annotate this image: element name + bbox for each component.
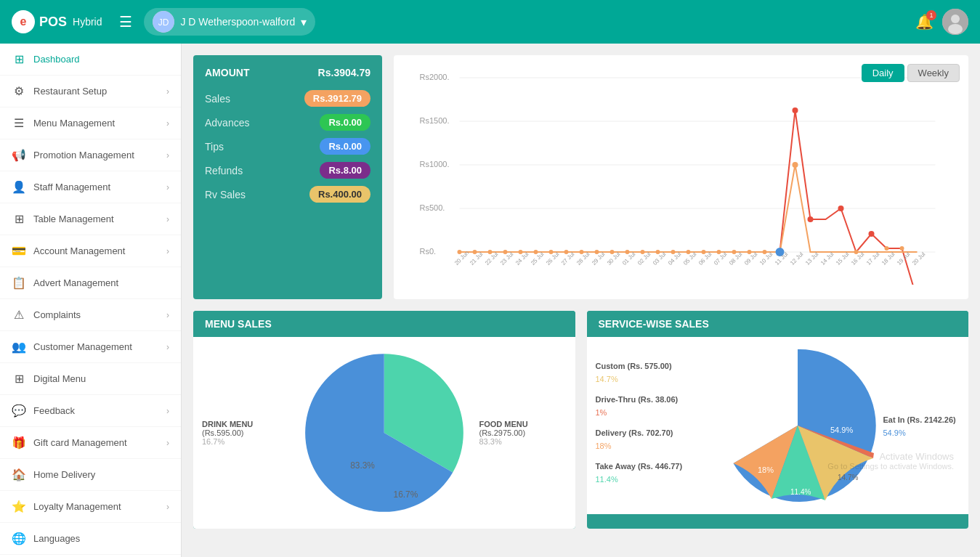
amount-row-label: Tips <box>205 141 224 153</box>
amount-rows: Sales Rs.3912.79 Advances Rs.0.00 Tips R… <box>205 90 370 203</box>
sidebar-item-promotion-management[interactable]: 📢 Promotion Management › <box>0 139 181 171</box>
amount-row-label: Refunds <box>205 165 243 176</box>
svg-text:21 Jul: 21 Jul <box>469 251 485 267</box>
restaurant-avatar: JD <box>153 11 174 33</box>
chevron-icon-gift-card-management: › <box>166 438 169 448</box>
svg-text:29 Jul: 29 Jul <box>591 251 607 267</box>
svg-text:Rs0.: Rs0. <box>420 247 437 256</box>
svg-text:15 Jul: 15 Jul <box>835 251 851 267</box>
sidebar-icon-dashboard: ⊞ <box>12 52 26 66</box>
hamburger-icon[interactable]: ☰ <box>119 13 132 31</box>
chevron-icon-table-management: › <box>166 214 169 224</box>
sidebar-item-feedback[interactable]: 💬 Feedback › <box>0 395 181 427</box>
amount-row-rv-sales: Rv Sales Rs.400.00 <box>205 186 370 203</box>
sidebar-label-customer-management: Customer Management <box>33 341 132 352</box>
chart-card: Daily Weekly Rs2000. Rs1500. Rs1000. Rs5… <box>394 55 968 299</box>
weekly-button[interactable]: Weekly <box>907 64 960 82</box>
food-menu-label: FOOD MENU (Rs.2975.00) 83.3% <box>479 420 567 446</box>
service-sales-card: SERVICE-WISE SALES Custom (Rs. 575.00) 1… <box>587 311 969 529</box>
service-pie-chart: 54.9% 18% 11.4% 14.7% <box>718 346 878 505</box>
sidebar-item-left-menu-management: ☰ Menu Management <box>12 116 115 130</box>
chevron-icon-promotion-management: › <box>166 150 169 160</box>
sidebar-item-restaurant-setup[interactable]: ⚙ Restaurant Setup › <box>0 76 181 107</box>
sidebar-icon-restaurant-setup: ⚙ <box>12 84 26 98</box>
sidebar-item-left-home-delivery: 🏠 Home Delivery <box>12 468 95 481</box>
user-avatar[interactable] <box>942 9 968 35</box>
sidebar-icon-home-delivery: 🏠 <box>12 468 26 481</box>
sidebar-item-left-dashboard: ⊞ Dashboard <box>12 52 80 66</box>
amount-row-value: Rs.0.00 <box>320 114 370 131</box>
sidebar-label-account-management: Account Management <box>33 245 125 256</box>
sidebar-item-table-management[interactable]: ⊞ Table Management › <box>0 203 181 235</box>
sidebar-item-advert-management[interactable]: 📋 Advert Management <box>0 267 181 299</box>
sidebar-item-left-digital-menu: ⊞ Digital Menu <box>12 372 86 386</box>
svg-point-15 <box>793 107 798 113</box>
svg-text:16.7%: 16.7% <box>394 489 418 500</box>
svg-text:28 Jul: 28 Jul <box>575 251 591 267</box>
svg-text:03 Jul: 03 Jul <box>652 251 668 267</box>
menu-sales-body: DRINK MENU (Rs.595.00) 16.7% <box>193 337 575 529</box>
svg-text:14 Jul: 14 Jul <box>819 251 835 267</box>
sidebar-item-dashboard[interactable]: ⊞ Dashboard <box>0 44 181 76</box>
sidebar-label-restaurant-setup: Restaurant Setup <box>33 86 107 97</box>
sidebar-item-left-advert-management: 📋 Advert Management <box>12 276 118 290</box>
sidebar-label-complaints: Complaints <box>33 309 81 320</box>
svg-text:02 Jul: 02 Jul <box>636 251 652 267</box>
sidebar-label-promotion-management: Promotion Management <box>33 150 134 160</box>
sidebar-label-advert-management: Advert Management <box>33 277 118 288</box>
svg-point-45 <box>900 246 904 251</box>
amount-row-label: Advances <box>205 117 249 129</box>
sidebar-item-gift-card-management[interactable]: 🎁 Gift card Management › <box>0 427 181 459</box>
amount-title: AMOUNT <box>205 67 249 78</box>
sidebar-item-languages[interactable]: 🌐 Languages <box>0 523 181 555</box>
svg-text:11.4%: 11.4% <box>790 488 811 496</box>
svg-text:08 Jul: 08 Jul <box>728 251 744 267</box>
svg-text:13 Jul: 13 Jul <box>804 251 820 267</box>
svg-text:07 Jul: 07 Jul <box>713 251 729 267</box>
sidebar-icon-staff-management: 👤 <box>12 180 26 194</box>
restaurant-selector[interactable]: JD J D Wetherspoon-walford ▾ <box>144 8 315 36</box>
sidebar-item-customer-management[interactable]: 👥 Customer Management › <box>0 331 181 363</box>
sidebar-item-home-delivery[interactable]: 🏠 Home Delivery <box>0 459 181 491</box>
sidebar-item-loyalty-management[interactable]: ⭐ Loyalty Management › <box>0 491 181 523</box>
svg-text:24 Jul: 24 Jul <box>514 251 530 267</box>
svg-text:01 Jul: 01 Jul <box>621 251 637 267</box>
sidebar-item-menu-management[interactable]: ☰ Menu Management › <box>0 107 181 139</box>
sidebar-item-left-complaints: ⚠ Complaints <box>12 308 81 322</box>
sidebar-item-left-customer-management: 👥 Customer Management <box>12 340 132 354</box>
svg-text:05 Jul: 05 Jul <box>682 251 698 267</box>
svg-text:14.7%: 14.7% <box>838 473 858 481</box>
svg-point-17 <box>838 206 844 211</box>
sidebar-label-languages: Languages <box>33 533 80 544</box>
topnav: e POS Hybrid ☰ JD J D Wetherspoon-walfor… <box>0 0 980 44</box>
dropdown-icon: ▾ <box>301 15 307 29</box>
svg-text:10 Jul: 10 Jul <box>758 251 774 267</box>
sidebar-label-digital-menu: Digital Menu <box>33 373 86 384</box>
sidebar-item-account-management[interactable]: 💳 Account Management › <box>0 235 181 267</box>
daily-button[interactable]: Daily <box>862 64 904 82</box>
sidebar-item-complaints[interactable]: ⚠ Complaints › <box>0 299 181 331</box>
amount-row-value: Rs.3912.79 <box>304 90 370 107</box>
sidebar-item-digital-menu[interactable]: ⊞ Digital Menu <box>0 363 181 395</box>
svg-text:20 Jul: 20 Jul <box>911 251 927 267</box>
menu-pie-chart: 16.7% 83.3% <box>298 346 471 520</box>
svg-text:Rs1500.: Rs1500. <box>420 116 450 125</box>
svg-point-18 <box>869 231 875 237</box>
amount-row-tips: Tips Rs.0.00 <box>205 138 370 155</box>
svg-text:16 Jul: 16 Jul <box>850 251 866 267</box>
svg-text:54.9%: 54.9% <box>830 426 853 434</box>
sidebar-icon-advert-management: 📋 <box>12 276 26 290</box>
sidebar-label-gift-card-management: Gift card Management <box>33 437 127 448</box>
svg-text:26 Jul: 26 Jul <box>545 251 561 267</box>
svg-point-3 <box>951 15 960 23</box>
svg-point-16 <box>808 216 814 222</box>
svg-text:27 Jul: 27 Jul <box>560 251 576 267</box>
service-sales-body: Custom (Rs. 575.00) 14.7% Drive-Thru (Rs… <box>587 337 969 514</box>
notification-button[interactable]: 🔔 1 <box>915 13 934 31</box>
amount-row-value: Rs.400.00 <box>309 186 370 203</box>
svg-text:JD: JD <box>158 17 169 28</box>
amount-row-sales: Sales Rs.3912.79 <box>205 90 370 107</box>
sidebar-item-left-table-management: ⊞ Table Management <box>12 212 114 226</box>
sidebar-item-staff-management[interactable]: 👤 Staff Management › <box>0 171 181 203</box>
amount-total: Rs.3904.79 <box>318 67 370 78</box>
